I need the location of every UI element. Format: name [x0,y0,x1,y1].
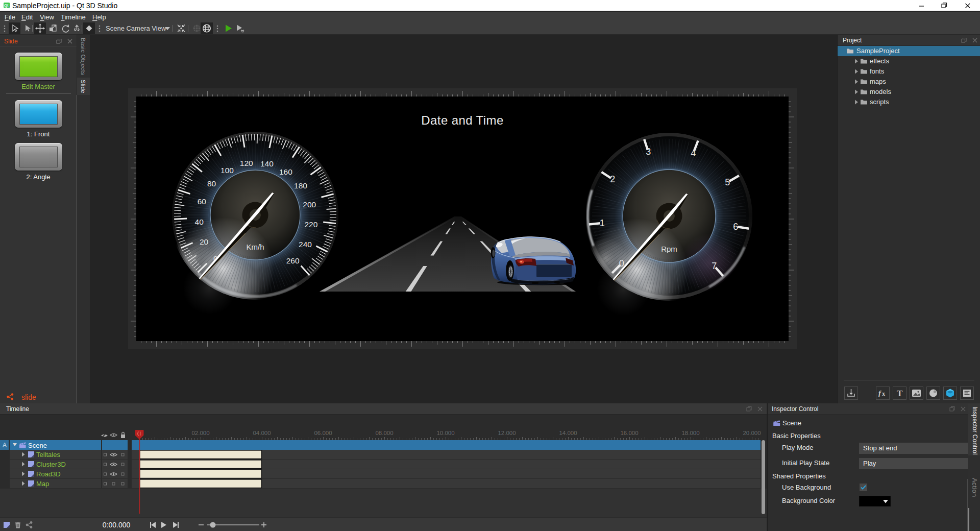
svg-text:16.000: 16.000 [620,430,638,436]
svg-text:x: x [882,390,885,397]
svg-text:80: 80 [207,179,216,188]
svg-text:f: f [878,390,881,397]
svg-text:Rpm: Rpm [661,245,677,253]
svg-text:14.000: 14.000 [559,430,577,436]
svg-text:10.000: 10.000 [436,430,454,436]
svg-text:20.000: 20.000 [743,430,761,436]
svg-text:Km/h: Km/h [246,243,264,251]
svg-text:Road3D: Road3D [36,470,61,478]
svg-text:3: 3 [646,147,651,157]
svg-text:2: 2 [610,174,615,184]
svg-text:4: 4 [691,148,696,158]
svg-text:02.000: 02.000 [191,430,209,436]
svg-text:Map: Map [36,480,49,488]
svg-text:A: A [3,442,7,449]
svg-text:120: 120 [240,159,253,167]
svg-text:18.000: 18.000 [681,430,699,436]
svg-text:T: T [897,389,903,398]
svg-text:12.000: 12.000 [498,430,516,436]
svg-text:100: 100 [220,166,234,175]
svg-text:Telltales: Telltales [36,451,60,458]
svg-text:5: 5 [725,177,730,187]
svg-text:140: 140 [260,159,274,168]
svg-text:200: 200 [303,200,316,209]
svg-text:220: 220 [304,220,317,229]
svg-text:7: 7 [712,261,717,271]
svg-text:60: 60 [198,197,207,206]
svg-text:180: 180 [294,181,307,190]
svg-text:20: 20 [200,237,209,246]
svg-text:6: 6 [733,222,738,232]
svg-text:08.000: 08.000 [375,430,393,436]
svg-text:240: 240 [299,240,312,249]
svg-text:40: 40 [195,218,204,226]
svg-text:260: 260 [286,256,300,265]
svg-text:160: 160 [279,167,292,176]
svg-text:Qt: Qt [4,3,9,8]
svg-text:Scene: Scene [28,442,47,449]
svg-text:06.000: 06.000 [314,430,332,436]
svg-text:Cluster3D: Cluster3D [36,461,66,468]
svg-text:04.000: 04.000 [253,430,271,436]
svg-text:0:00.000: 0:00.000 [103,521,131,529]
svg-text:Date and Time: Date and Time [421,113,503,127]
svg-text:1: 1 [600,218,605,228]
